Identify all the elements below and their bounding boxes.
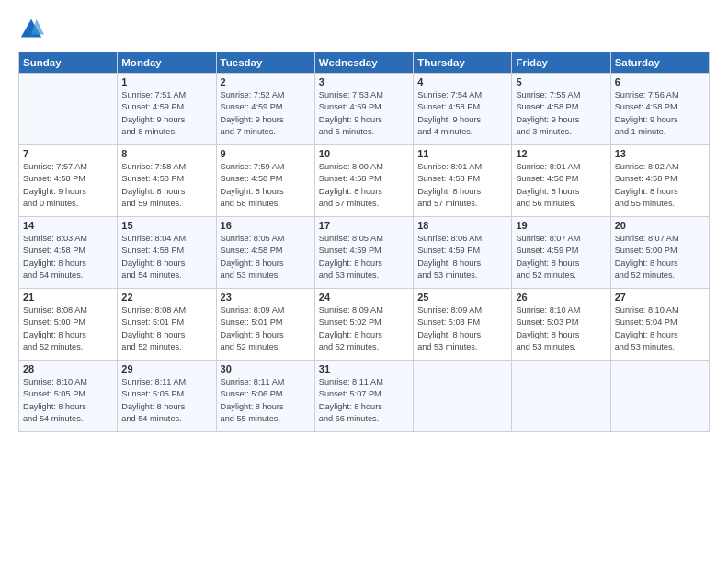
calendar-cell: 21Sunrise: 8:08 AM Sunset: 5:00 PM Dayli…: [19, 289, 118, 361]
day-number: 1: [121, 76, 211, 87]
day-number: 5: [516, 76, 606, 87]
day-info: Sunrise: 8:07 AM Sunset: 5:00 PM Dayligh…: [615, 233, 705, 282]
day-number: 22: [121, 292, 211, 303]
day-number: 30: [221, 363, 311, 374]
calendar-body: 1Sunrise: 7:51 AM Sunset: 4:59 PM Daylig…: [19, 74, 710, 432]
day-info: Sunrise: 8:11 AM Sunset: 5:06 PM Dayligh…: [221, 376, 311, 425]
calendar-header-cell: Saturday: [610, 52, 709, 74]
day-info: Sunrise: 8:10 AM Sunset: 5:05 PM Dayligh…: [23, 376, 113, 425]
day-number: 17: [319, 220, 409, 231]
day-info: Sunrise: 8:06 AM Sunset: 4:59 PM Dayligh…: [417, 233, 507, 282]
day-info: Sunrise: 8:08 AM Sunset: 5:01 PM Dayligh…: [121, 304, 211, 353]
calendar-cell: 25Sunrise: 8:09 AM Sunset: 5:03 PM Dayli…: [414, 289, 512, 361]
day-info: Sunrise: 7:54 AM Sunset: 4:58 PM Dayligh…: [417, 89, 507, 138]
calendar-cell: 11Sunrise: 8:01 AM Sunset: 4:58 PM Dayli…: [414, 145, 512, 217]
calendar-table: SundayMondayTuesdayWednesdayThursdayFrid…: [18, 52, 710, 432]
day-info: Sunrise: 8:04 AM Sunset: 4:58 PM Dayligh…: [121, 233, 211, 282]
page: SundayMondayTuesdayWednesdayThursdayFrid…: [0, 0, 728, 563]
day-info: Sunrise: 8:03 AM Sunset: 4:58 PM Dayligh…: [23, 233, 113, 282]
day-info: Sunrise: 8:11 AM Sunset: 5:07 PM Dayligh…: [319, 376, 409, 425]
day-number: 26: [516, 292, 606, 303]
day-info: Sunrise: 7:58 AM Sunset: 4:58 PM Dayligh…: [121, 161, 211, 210]
calendar-week-row: 21Sunrise: 8:08 AM Sunset: 5:00 PM Dayli…: [19, 289, 710, 361]
day-number: 18: [417, 220, 507, 231]
day-info: Sunrise: 7:56 AM Sunset: 4:58 PM Dayligh…: [615, 89, 705, 138]
day-number: 20: [615, 220, 705, 231]
day-number: 15: [121, 220, 211, 231]
day-info: Sunrise: 7:52 AM Sunset: 4:59 PM Dayligh…: [221, 89, 311, 138]
calendar-cell: 2Sunrise: 7:52 AM Sunset: 4:59 PM Daylig…: [216, 74, 314, 145]
calendar-cell: 9Sunrise: 7:59 AM Sunset: 4:58 PM Daylig…: [216, 145, 314, 217]
day-number: 13: [615, 148, 705, 159]
calendar-cell: 20Sunrise: 8:07 AM Sunset: 5:00 PM Dayli…: [610, 217, 709, 289]
day-info: Sunrise: 8:10 AM Sunset: 5:04 PM Dayligh…: [615, 304, 705, 353]
calendar-cell: 30Sunrise: 8:11 AM Sunset: 5:06 PM Dayli…: [216, 361, 314, 432]
calendar-cell: 4Sunrise: 7:54 AM Sunset: 4:58 PM Daylig…: [414, 74, 512, 145]
calendar-header-cell: Monday: [118, 52, 216, 74]
day-info: Sunrise: 8:02 AM Sunset: 4:58 PM Dayligh…: [615, 161, 705, 210]
day-number: 7: [23, 148, 113, 159]
calendar-cell: 28Sunrise: 8:10 AM Sunset: 5:05 PM Dayli…: [19, 361, 118, 432]
day-info: Sunrise: 7:55 AM Sunset: 4:58 PM Dayligh…: [516, 89, 606, 138]
day-info: Sunrise: 8:09 AM Sunset: 5:03 PM Dayligh…: [417, 304, 507, 353]
day-number: 19: [516, 220, 606, 231]
calendar-cell: 22Sunrise: 8:08 AM Sunset: 5:01 PM Dayli…: [118, 289, 216, 361]
logo-icon: [18, 17, 44, 42]
calendar-cell: 6Sunrise: 7:56 AM Sunset: 4:58 PM Daylig…: [610, 74, 709, 145]
day-info: Sunrise: 8:09 AM Sunset: 5:02 PM Dayligh…: [319, 304, 409, 353]
calendar-cell: [512, 361, 610, 432]
day-info: Sunrise: 8:07 AM Sunset: 4:59 PM Dayligh…: [516, 233, 606, 282]
calendar-cell: 24Sunrise: 8:09 AM Sunset: 5:02 PM Dayli…: [314, 289, 413, 361]
day-number: 29: [121, 363, 211, 374]
calendar-cell: 19Sunrise: 8:07 AM Sunset: 4:59 PM Dayli…: [512, 217, 610, 289]
calendar-cell: 31Sunrise: 8:11 AM Sunset: 5:07 PM Dayli…: [314, 361, 413, 432]
day-number: 4: [417, 76, 507, 87]
calendar-header-cell: Tuesday: [216, 52, 314, 74]
calendar-cell: 12Sunrise: 8:01 AM Sunset: 4:58 PM Dayli…: [512, 145, 610, 217]
calendar-cell: 7Sunrise: 7:57 AM Sunset: 4:58 PM Daylig…: [19, 145, 118, 217]
day-number: 11: [417, 148, 507, 159]
day-info: Sunrise: 7:51 AM Sunset: 4:59 PM Dayligh…: [121, 89, 211, 138]
calendar-cell: 5Sunrise: 7:55 AM Sunset: 4:58 PM Daylig…: [512, 74, 610, 145]
day-number: 9: [221, 148, 311, 159]
day-info: Sunrise: 7:53 AM Sunset: 4:59 PM Dayligh…: [319, 89, 409, 138]
day-number: 25: [417, 292, 507, 303]
day-info: Sunrise: 8:00 AM Sunset: 4:58 PM Dayligh…: [319, 161, 409, 210]
day-number: 2: [221, 76, 311, 87]
calendar-cell: [414, 361, 512, 432]
calendar-cell: 27Sunrise: 8:10 AM Sunset: 5:04 PM Dayli…: [610, 289, 709, 361]
day-number: 23: [221, 292, 311, 303]
header: [18, 17, 710, 42]
day-number: 28: [23, 363, 113, 374]
day-number: 10: [319, 148, 409, 159]
calendar-week-row: 28Sunrise: 8:10 AM Sunset: 5:05 PM Dayli…: [19, 361, 710, 432]
day-number: 27: [615, 292, 705, 303]
day-info: Sunrise: 8:11 AM Sunset: 5:05 PM Dayligh…: [121, 376, 211, 425]
day-info: Sunrise: 8:05 AM Sunset: 4:59 PM Dayligh…: [319, 233, 409, 282]
calendar-cell: 10Sunrise: 8:00 AM Sunset: 4:58 PM Dayli…: [314, 145, 413, 217]
logo: [18, 17, 48, 42]
calendar-cell: 13Sunrise: 8:02 AM Sunset: 4:58 PM Dayli…: [610, 145, 709, 217]
day-number: 8: [121, 148, 211, 159]
day-number: 12: [516, 148, 606, 159]
calendar-header-cell: Wednesday: [314, 52, 413, 74]
calendar-header-row: SundayMondayTuesdayWednesdayThursdayFrid…: [19, 52, 710, 74]
calendar-cell: 17Sunrise: 8:05 AM Sunset: 4:59 PM Dayli…: [314, 217, 413, 289]
day-info: Sunrise: 8:05 AM Sunset: 4:58 PM Dayligh…: [221, 233, 311, 282]
calendar-cell: 26Sunrise: 8:10 AM Sunset: 5:03 PM Dayli…: [512, 289, 610, 361]
calendar-cell: [19, 74, 118, 145]
calendar-cell: 15Sunrise: 8:04 AM Sunset: 4:58 PM Dayli…: [118, 217, 216, 289]
calendar-cell: 8Sunrise: 7:58 AM Sunset: 4:58 PM Daylig…: [118, 145, 216, 217]
day-number: 21: [23, 292, 113, 303]
day-info: Sunrise: 7:57 AM Sunset: 4:58 PM Dayligh…: [23, 161, 113, 210]
day-number: 24: [319, 292, 409, 303]
calendar-cell: 14Sunrise: 8:03 AM Sunset: 4:58 PM Dayli…: [19, 217, 118, 289]
calendar-cell: 3Sunrise: 7:53 AM Sunset: 4:59 PM Daylig…: [314, 74, 413, 145]
calendar-week-row: 7Sunrise: 7:57 AM Sunset: 4:58 PM Daylig…: [19, 145, 710, 217]
calendar-cell: 18Sunrise: 8:06 AM Sunset: 4:59 PM Dayli…: [414, 217, 512, 289]
day-info: Sunrise: 8:10 AM Sunset: 5:03 PM Dayligh…: [516, 304, 606, 353]
day-info: Sunrise: 8:01 AM Sunset: 4:58 PM Dayligh…: [516, 161, 606, 210]
calendar-header-cell: Sunday: [19, 52, 118, 74]
day-number: 14: [23, 220, 113, 231]
calendar-cell: 1Sunrise: 7:51 AM Sunset: 4:59 PM Daylig…: [118, 74, 216, 145]
